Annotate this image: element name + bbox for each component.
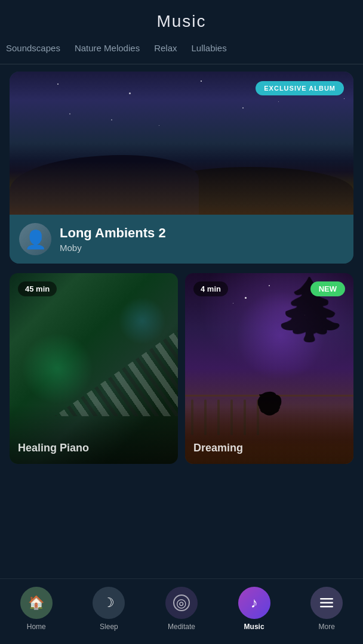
more-icon — [320, 598, 333, 608]
card-title: Healing Piano — [18, 442, 170, 454]
nav-item-more[interactable]: More — [290, 587, 363, 631]
nav-item-meditate[interactable]: ◎ Meditate — [145, 587, 218, 631]
card-overlay — [10, 404, 178, 464]
avatar-image — [19, 223, 51, 255]
avatar — [19, 223, 51, 255]
tab-soundscapes[interactable]: Soundscapes — [6, 41, 60, 55]
album-title: Long Ambients 2 — [60, 225, 166, 241]
meditate-icon: ◎ — [173, 595, 190, 611]
featured-info: Long Ambients 2 Moby — [10, 215, 353, 264]
music-icon: ♪ — [251, 595, 258, 611]
nav-label-music: Music — [244, 623, 264, 631]
nav-item-sleep[interactable]: ☽ Sleep — [73, 587, 146, 631]
home-icon: 🏠 — [28, 595, 44, 611]
nav-label-meditate: Meditate — [168, 623, 195, 631]
home-icon-circle: 🏠 — [20, 587, 53, 619]
page-title: Music — [0, 12, 363, 31]
nav-label-sleep: Sleep — [100, 623, 118, 631]
city-glow — [10, 161, 353, 215]
svg-rect-1 — [320, 602, 333, 603]
sleep-icon-circle: ☽ — [93, 587, 125, 619]
featured-image: EXCLUSIVE ALBUM — [10, 72, 353, 215]
album-artist: Moby — [60, 243, 166, 253]
tab-nature-melodies[interactable]: Nature Melodies — [75, 41, 140, 55]
featured-card[interactable]: EXCLUSIVE ALBUM Long Ambients 2 Moby — [10, 72, 353, 264]
nav-item-music[interactable]: ♪ Music — [218, 587, 291, 631]
tab-lullabies[interactable]: Lullabies — [191, 41, 226, 55]
nav-label-more: More — [319, 623, 335, 631]
meditate-icon-circle: ◎ — [165, 587, 198, 619]
nav-label-home: Home — [27, 623, 46, 631]
exclusive-badge: EXCLUSIVE ALBUM — [256, 81, 344, 95]
sleep-icon: ☽ — [103, 595, 115, 611]
svg-rect-2 — [320, 606, 333, 608]
card-dreaming[interactable]: 🌲 🧒 4 min NEW Dreaming — [185, 273, 353, 464]
new-badge: NEW — [310, 281, 345, 296]
card-title-dream: Dreaming — [193, 442, 345, 454]
bottom-nav: 🏠 Home ☽ Sleep ◎ Meditate ♪ Music — [0, 578, 363, 644]
card-overlay-dream — [185, 404, 353, 464]
category-tabs: Soundscapes Nature Melodies Relax Lullab… — [0, 41, 363, 64]
duration-badge-dream: 4 min — [193, 281, 228, 296]
featured-text: Long Ambients 2 Moby — [60, 225, 166, 252]
duration-badge: 45 min — [18, 281, 57, 296]
header: Music — [0, 0, 363, 41]
nav-item-home[interactable]: 🏠 Home — [0, 587, 73, 631]
svg-rect-0 — [320, 598, 333, 600]
more-icon-circle — [310, 587, 343, 619]
tab-relax[interactable]: Relax — [154, 41, 177, 55]
card-healing-piano[interactable]: 45 min Healing Piano — [10, 273, 178, 464]
divider — [0, 64, 363, 64]
cards-grid: 45 min Healing Piano 🌲 — [0, 273, 363, 464]
music-icon-circle: ♪ — [238, 587, 270, 619]
